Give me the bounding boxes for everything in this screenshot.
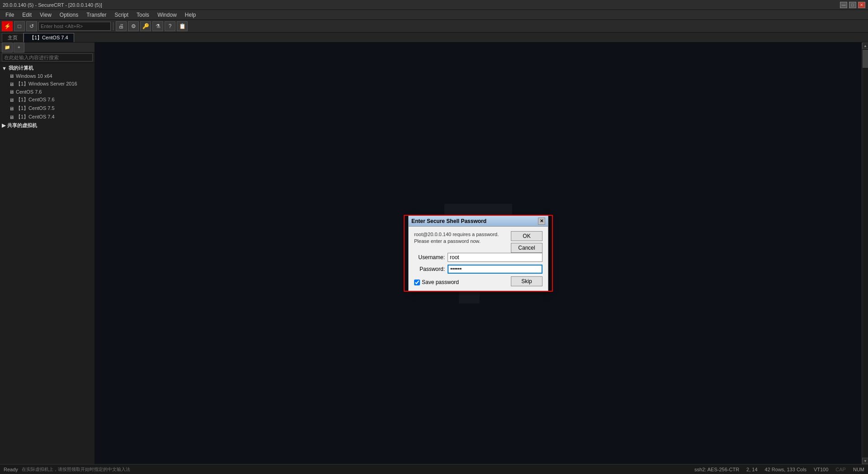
username-input[interactable] — [448, 253, 542, 262]
sidebar-search — [0, 52, 94, 63]
dialog-bottom-row: Save password Skip — [414, 276, 542, 286]
new-tab-button[interactable]: □ — [14, 21, 25, 31]
computer-icon: 🖥 — [9, 114, 14, 120]
sidebar-toolbar: 📁 + — [0, 43, 94, 52]
menu-bar: File Edit View Options Transfer Script T… — [0, 10, 868, 20]
window-title: 20.0.0.140 (5) - SecureCRT - [20.0.0.140… — [3, 2, 102, 8]
sidebar-item-win10[interactable]: 🖥 Windows 10 x64 — [0, 72, 94, 80]
computer-icon: 🖥 — [9, 81, 14, 87]
host-input[interactable] — [38, 22, 111, 31]
sidebar-item-label: CentOS 7.6 — [16, 89, 42, 95]
dialog-buttons: OK Cancel — [511, 231, 542, 253]
tree-group-mycomputer[interactable]: ▼ 我的计算机 — [0, 64, 94, 72]
status-cols-rows: 42 Rows, 133 Cols — [765, 467, 807, 472]
menu-file[interactable]: File — [2, 11, 18, 19]
computer-icon: 🖥 — [9, 97, 14, 103]
minimize-button[interactable]: — — [840, 2, 847, 8]
scrollbar-right: ▲ ▼ — [862, 43, 868, 464]
menu-tools[interactable]: Tools — [133, 11, 153, 19]
modal-overlay: Enter Secure Shell Password ✕ root@20.0.… — [95, 43, 862, 464]
sidebar-item-label: 【1】CentOS 7.6 — [16, 96, 55, 103]
status-left: Ready 在实际虚拟机上，请按照领取开始时指定的中文输入法 — [4, 466, 130, 473]
toolbar: ⚡ □ ↺ 🖨 ⚙ 🔑 ⚗ ? 📋 — [0, 20, 868, 33]
sidebar-item-winserver[interactable]: 🖥 【1】Windows Server 2016 — [0, 80, 94, 88]
menu-help[interactable]: Help — [181, 11, 200, 19]
tree-expand-icon: ▼ — [2, 66, 7, 71]
sidebar-item-label: Windows 10 x64 — [16, 73, 52, 79]
password-label: Password: — [414, 266, 445, 272]
reconnect-button[interactable]: ↺ — [26, 21, 37, 31]
ok-button[interactable]: OK — [511, 231, 542, 241]
window-controls: — □ ✕ — [840, 2, 865, 8]
computer-icon: 🖥 — [9, 73, 14, 79]
sidebar-item-label: 【1】Windows Server 2016 — [16, 81, 77, 87]
sidebar-tree: ▼ 我的计算机 🖥 Windows 10 x64 🖥 【1】Windows Se… — [0, 63, 94, 464]
dialog-message: root@20.0.0.140 requires a password. Ple… — [414, 231, 505, 245]
scroll-thumb[interactable] — [863, 50, 868, 68]
sidebar-btn1[interactable]: 📁 — [2, 43, 13, 52]
sidebar-item-label: 【1】CentOS 7.4 — [16, 114, 55, 120]
status-right: ssh2: AES-256-CTR 2, 14 42 Rows, 133 Col… — [694, 467, 864, 472]
computer-icon: 🖥 — [9, 106, 14, 111]
save-password-checkbox[interactable] — [414, 280, 420, 285]
cancel-button[interactable]: Cancel — [511, 243, 542, 253]
title-bar: 20.0.0.140 (5) - SecureCRT - [20.0.0.140… — [0, 0, 868, 10]
key-button[interactable]: 🔑 — [140, 21, 151, 31]
dialog-title: Enter Secure Shell Password — [411, 218, 486, 224]
tree-group-label: 我的计算机 — [9, 65, 33, 71]
maximize-button[interactable]: □ — [849, 2, 856, 8]
username-label: Username: — [414, 254, 445, 261]
toolbar-separator — [113, 22, 113, 30]
dialog-close-button[interactable]: ✕ — [538, 218, 545, 225]
computer-icon: 🖥 — [9, 89, 14, 95]
sidebar-item-label: 【1】CentOS 7.5 — [16, 105, 55, 112]
connect-button[interactable]: ⚡ — [2, 21, 13, 31]
tree-group-shared[interactable]: ▶ 共享的虚拟机 — [0, 121, 94, 130]
status-caps: CAP — [835, 467, 846, 472]
scroll-down-button[interactable]: ▼ — [862, 458, 868, 464]
sidebar-item-centos76[interactable]: 🖥 CentOS 7.6 — [0, 88, 94, 95]
menu-options[interactable]: Options — [56, 11, 82, 19]
help-button[interactable]: ? — [165, 21, 175, 31]
save-password-label: Save password — [422, 279, 459, 285]
status-terminal: VT100 — [814, 467, 828, 472]
extra-button[interactable]: 📋 — [177, 21, 188, 31]
skip-button[interactable]: Skip — [511, 276, 542, 286]
dialog-titlebar: Enter Secure Shell Password ✕ — [409, 216, 548, 227]
tab-home[interactable]: 主页 — [2, 33, 24, 42]
terminal-area[interactable]: 7 Enter Secure Shell Password ✕ root@20.… — [95, 43, 862, 464]
password-dialog: Enter Secure Shell Password ✕ root@20.0.… — [408, 215, 548, 291]
sidebar-item-centos75[interactable]: 🖥 【1】CentOS 7.5 — [0, 104, 94, 113]
tab-centos74[interactable]: 【1】CentOS 7.4 — [24, 33, 74, 42]
menu-view[interactable]: View — [36, 11, 55, 19]
username-row: Username: — [414, 253, 542, 262]
menu-window[interactable]: Window — [154, 11, 180, 19]
status-num: NUM — [853, 467, 864, 472]
settings-button[interactable]: ⚙ — [128, 21, 139, 31]
sidebar: 📁 + ▼ 我的计算机 🖥 Windows 10 x64 🖥 【1】Window… — [0, 43, 95, 464]
save-password-row: Save password — [414, 279, 459, 285]
scroll-up-button[interactable]: ▲ — [862, 43, 868, 49]
sidebar-btn2[interactable]: + — [14, 43, 24, 52]
tab-bar: 主页 【1】CentOS 7.4 — [0, 33, 868, 43]
status-hint: 在实际虚拟机上，请按照领取开始时指定的中文输入法 — [22, 466, 130, 473]
menu-script[interactable]: Script — [111, 11, 132, 19]
close-button[interactable]: ✕ — [858, 2, 865, 8]
menu-edit[interactable]: Edit — [19, 11, 35, 19]
sidebar-search-input[interactable] — [2, 53, 93, 62]
filter-button[interactable]: ⚗ — [152, 21, 163, 31]
password-row: Password: — [414, 265, 542, 274]
menu-transfer[interactable]: Transfer — [83, 11, 110, 19]
print-button[interactable]: 🖨 — [116, 21, 127, 31]
tree-expand-icon: ▶ — [2, 123, 5, 128]
status-ssh: ssh2: AES-256-CTR — [694, 467, 739, 472]
dialog-fields-area: root@20.0.0.140 requires a password. Ple… — [414, 231, 505, 253]
password-input[interactable] — [448, 265, 542, 274]
sidebar-item-centos74[interactable]: 🖥 【1】CentOS 7.4 — [0, 113, 94, 121]
status-ready: Ready — [4, 467, 18, 472]
status-cursor: 2, 14 — [746, 467, 757, 472]
dialog-body: root@20.0.0.140 requires a password. Ple… — [409, 227, 548, 291]
tree-group-label: 共享的虚拟机 — [7, 122, 37, 129]
sidebar-item-centos76-1[interactable]: 🖥 【1】CentOS 7.6 — [0, 95, 94, 104]
dialog-top-area: root@20.0.0.140 requires a password. Ple… — [414, 231, 542, 253]
